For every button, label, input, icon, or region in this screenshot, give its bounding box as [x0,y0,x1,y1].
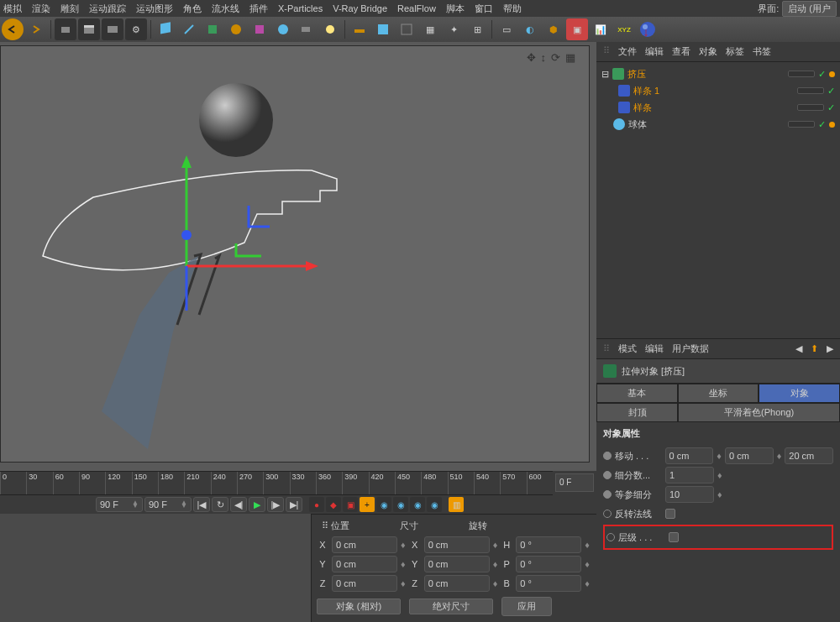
menu-item[interactable]: 模拟 [3,3,22,15]
size-mode-dropdown[interactable]: 绝对尺寸 [409,598,493,614]
menu-item[interactable]: 窗口 [475,3,493,15]
pos-z-input[interactable]: 0 cm [332,575,397,592]
tree-item-extrude[interactable]: ⊟ 挤压 ✓ [601,65,835,82]
light-icon[interactable] [319,18,341,40]
fliprule-checkbox[interactable] [665,509,675,519]
pen-icon[interactable] [178,18,200,40]
goto-end-button[interactable]: ▶| [286,497,302,512]
rot-h-input[interactable]: 0 ° [516,536,581,553]
frame-end-field[interactable]: 0 F [555,473,594,492]
size-x-input[interactable]: 0 cm [424,536,490,553]
menu-item[interactable]: 渲染 [32,3,50,15]
tab-object[interactable]: 对象 [759,384,840,403]
camera-icon[interactable] [55,18,76,40]
deformer-icon[interactable] [249,18,270,40]
menu-item[interactable]: 运动跟踪 [89,3,126,15]
opt3-button[interactable]: ◉ [410,497,425,512]
axis-icon[interactable]: ✦ [443,18,465,40]
move-x-input[interactable]: 0 cm [665,447,714,464]
snap-icon[interactable]: ⊞ [466,18,488,40]
menu-item[interactable]: RealFlow [397,3,436,13]
move-z-input[interactable]: 20 cm [785,447,833,464]
apply-button[interactable]: 应用 [501,597,552,616]
cube-icon[interactable] [155,18,176,40]
floor-icon[interactable] [349,18,370,40]
nurbs-icon[interactable] [202,18,223,40]
menu-item[interactable]: V-Ray Bridge [333,3,387,13]
xyz-icon[interactable]: XYZ [613,18,635,40]
attr-tab[interactable]: 用户数据 [672,342,709,355]
sphere-tool-icon[interactable]: ↓ [637,18,659,40]
tab-basic[interactable]: 基本 [596,384,678,403]
subdiv-input[interactable]: 1 [665,467,714,483]
opt4-button[interactable]: ◉ [427,497,442,512]
add-button[interactable]: + [360,497,375,512]
loop-button[interactable]: ↻ [212,497,228,512]
tool1-icon[interactable]: ◐ [519,18,541,40]
render-icon[interactable] [102,18,123,40]
sky-icon[interactable] [372,18,394,40]
current-frame-field[interactable]: 90 F▲▼ [96,497,143,512]
tool3-icon[interactable]: ▣ [566,18,588,40]
tab-caps[interactable]: 封顶 [596,403,678,422]
workplane-icon[interactable]: ▭ [496,18,517,40]
tool2-icon[interactable]: ⬢ [543,18,564,40]
prop-dot[interactable] [603,471,612,479]
tree-item-sphere[interactable]: 球体 ✓ [601,116,835,133]
rot-b-input[interactable]: 0 ° [516,575,581,592]
prop-dot[interactable] [603,490,612,499]
menu-item[interactable]: 脚本 [446,3,465,15]
opt1-button[interactable]: ◉ [376,497,391,512]
menu-item[interactable]: 角色 [183,3,202,15]
end-frame-field[interactable]: 90 F▲▼ [144,497,192,512]
tab-phong[interactable]: 平滑着色(Phong) [678,403,840,422]
key-button[interactable]: ◆ [326,497,341,512]
opt2-button[interactable]: ◉ [393,497,408,512]
panel-tab[interactable]: 书签 [753,45,771,58]
render-settings-icon[interactable]: ⚙ [125,18,147,40]
tool4-icon[interactable]: 📊 [590,18,612,40]
pos-y-input[interactable]: 0 cm [332,556,397,572]
isoparm-input[interactable]: 10 [665,486,714,503]
pos-mode-dropdown[interactable]: 对象 (相对) [317,598,401,614]
prop-dot[interactable] [603,510,612,518]
nav-back-icon[interactable]: ◀ [795,343,802,354]
attr-tab[interactable]: 编辑 [645,342,664,355]
prop-dot[interactable] [603,452,612,460]
tree-item-spline[interactable]: 样条 ✓ [601,99,835,116]
menu-item[interactable]: 运动图形 [136,3,173,15]
3d-viewport[interactable]: ✥ ↕ ⟳ ▦ [0,45,590,463]
clapper-icon[interactable] [78,18,100,40]
size-y-input[interactable]: 0 cm [424,556,490,572]
attr-tab[interactable]: 模式 [618,342,637,355]
tree-item-spline1[interactable]: 样条 1 ✓ [601,82,835,99]
hierarchy-checkbox[interactable] [669,532,679,542]
menu-item[interactable]: 流水线 [212,3,239,15]
panel-tab[interactable]: 查看 [672,45,690,58]
autokey-button[interactable]: ▣ [343,497,358,512]
rot-p-input[interactable]: 0 ° [516,556,581,572]
panel-tab[interactable]: 对象 [699,45,717,58]
layout-button[interactable]: ▥ [449,497,464,512]
interface-dropdown[interactable]: 启动 (用户 [782,1,837,17]
nav-up-icon[interactable]: ⬆ [811,343,818,354]
rec-button[interactable]: ● [309,497,324,512]
prop-dot[interactable] [606,533,615,541]
redo-icon[interactable] [25,18,47,40]
panel-tab[interactable]: 文件 [618,45,637,58]
menu-item[interactable]: 插件 [249,3,268,15]
menu-item[interactable]: X-Particles [278,3,323,13]
pos-x-input[interactable]: 0 cm [332,536,397,553]
main-grid-icon[interactable]: ▦ [419,18,441,40]
tab-coord[interactable]: 坐标 [678,384,759,403]
grid-icon[interactable] [396,18,417,40]
timeline-ruler[interactable]: 0 30 60 90 120 150 180 210 240 270 300 3… [0,471,553,495]
move-y-input[interactable]: 0 cm [725,447,774,464]
undo-icon[interactable] [2,18,24,40]
panel-tab[interactable]: 编辑 [645,45,664,58]
menu-item[interactable]: 帮助 [503,3,522,15]
generator-icon[interactable] [225,18,247,40]
nav-fwd-icon[interactable]: ▶ [827,343,833,354]
panel-tab[interactable]: 标签 [726,45,744,58]
step-back-button[interactable]: ◀| [230,497,247,512]
